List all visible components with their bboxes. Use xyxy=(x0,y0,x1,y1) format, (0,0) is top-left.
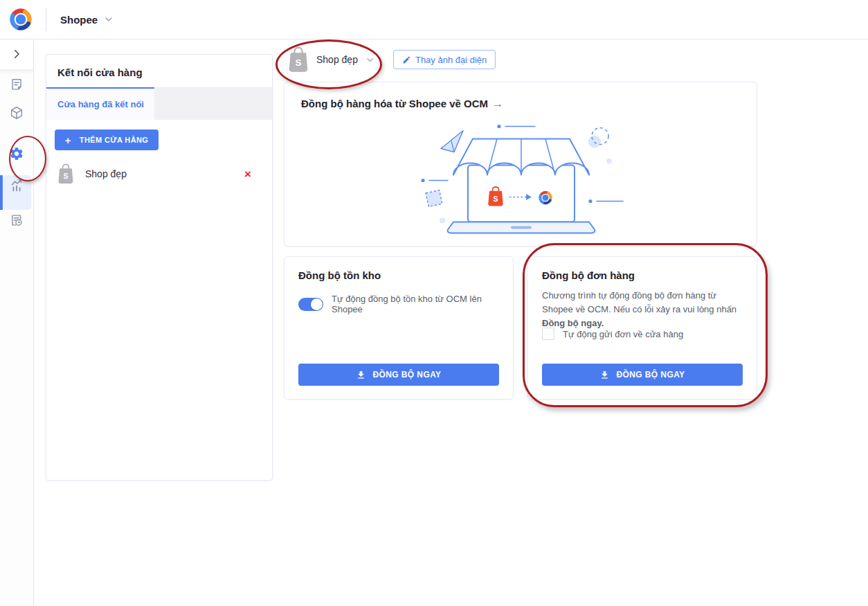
inventory-sync-card: Đồng bộ tồn kho Tự động đồng bộ tồn kho … xyxy=(284,256,514,400)
store-connection-panel: Kết nối cửa hàng Cửa hàng đã kết nối + T… xyxy=(46,54,273,481)
chart-icon xyxy=(9,178,24,193)
svg-text:S: S xyxy=(63,172,68,180)
download-icon xyxy=(599,370,610,380)
store-list-item[interactable]: S Shop đẹp × xyxy=(55,160,262,188)
svg-text:S: S xyxy=(493,195,498,203)
remove-store-icon[interactable]: × xyxy=(240,167,255,181)
add-store-label: THÊM CỬA HÀNG xyxy=(80,136,148,144)
sidebar-item-documents[interactable] xyxy=(0,71,33,98)
top-bar: Shopee xyxy=(0,0,868,39)
panel-title: Kết nối cửa hàng xyxy=(46,55,272,87)
svg-text:S: S xyxy=(296,57,302,68)
product-sync-title[interactable]: Đồng bộ hàng hóa từ Shopee về OCM→ xyxy=(301,98,503,110)
package-icon xyxy=(9,105,24,121)
shop-header: S Shop đẹp Thay ảnh đại diện xyxy=(284,43,496,76)
gear-icon xyxy=(9,146,24,161)
inventory-sync-now-label: ĐỒNG BỘ NGAY xyxy=(372,370,441,380)
add-store-button[interactable]: + THÊM CỬA HÀNG xyxy=(55,130,159,150)
auto-send-order-checkbox[interactable] xyxy=(542,328,554,340)
toggle-knob xyxy=(311,298,323,310)
pencil-icon xyxy=(402,55,411,64)
sidebar-item-analytics[interactable] xyxy=(0,172,33,199)
inventory-auto-sync-toggle[interactable] xyxy=(298,298,323,311)
change-avatar-button[interactable]: Thay ảnh đại diện xyxy=(393,50,496,69)
sidebar-item-reports[interactable] xyxy=(0,206,33,234)
ocm-logo-icon xyxy=(7,6,35,33)
order-sync-card: Đồng bộ đơn hàng Chương trình tự động đồ… xyxy=(527,256,757,400)
arrow-right-icon: → xyxy=(492,98,503,109)
order-card-title: Đồng bộ đơn hàng xyxy=(542,269,635,281)
document-icon xyxy=(9,77,24,92)
shop-avatar[interactable]: S xyxy=(286,46,311,73)
nav-rail xyxy=(0,39,34,606)
inventory-sync-now-button[interactable]: ĐỒNG BỘ NGAY xyxy=(298,364,499,386)
topbar-divider xyxy=(46,8,46,31)
tab-connected-stores[interactable]: Cửa hàng đã kết nối xyxy=(46,87,154,120)
store-name: Shop đẹp xyxy=(85,168,127,179)
report-clock-icon xyxy=(9,213,24,228)
chevron-right-icon xyxy=(10,48,23,60)
sync-now-emphasis: Đồng bộ ngay. xyxy=(542,318,604,328)
shopee-bag-icon: S xyxy=(56,163,75,184)
download-icon xyxy=(356,370,366,380)
auto-send-order-label: Tự động gửi đơn về cửa hàng xyxy=(563,329,683,339)
store-tabs: Cửa hàng đã kết nối xyxy=(46,87,272,120)
sidebar-item-products[interactable] xyxy=(0,99,33,127)
order-sync-now-label: ĐỒNG BỘ NGAY xyxy=(616,370,685,380)
change-avatar-label: Thay ảnh đại diện xyxy=(415,55,487,65)
plus-icon: + xyxy=(65,135,71,145)
shop-selector-label[interactable]: Shop đẹp xyxy=(316,54,358,65)
product-sync-card: Đồng bộ hàng hóa từ Shopee về OCM→ xyxy=(284,82,757,247)
sidebar-item-settings[interactable] xyxy=(0,140,33,168)
inventory-toggle-label: Tự động đồng bộ tồn kho từ OCM lên Shope… xyxy=(332,294,513,314)
chevron-down-icon[interactable] xyxy=(365,55,375,65)
channel-title[interactable]: Shopee xyxy=(60,14,98,26)
order-card-description: Chương trình tự động đồng bộ đơn hàng từ… xyxy=(542,289,745,330)
order-sync-now-button[interactable]: ĐỒNG BỘ NGAY xyxy=(542,364,743,386)
app-window: Shopee xyxy=(0,0,868,606)
inventory-card-title: Đồng bộ tồn kho xyxy=(298,269,381,281)
chevron-down-icon[interactable] xyxy=(103,14,114,25)
sidebar-collapse-button[interactable] xyxy=(0,39,33,69)
store-sync-illustration: S xyxy=(417,116,625,239)
